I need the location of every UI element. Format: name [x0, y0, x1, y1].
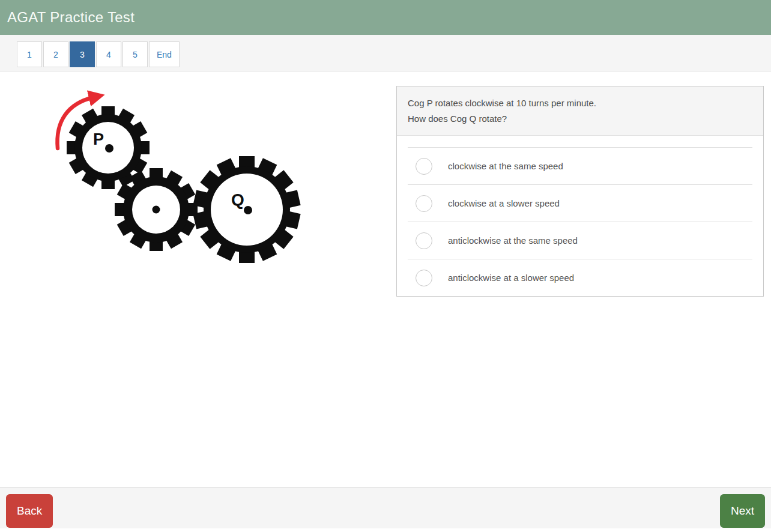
question-line-2: How does Cog Q rotate?	[408, 111, 752, 127]
answer-option-2[interactable]: clockwise at a slower speed	[408, 184, 752, 222]
option-label: anticlockwise at the same speed	[448, 235, 578, 246]
back-button[interactable]: Back	[6, 494, 53, 528]
page-title: AGAT Practice Test	[7, 9, 135, 26]
answer-options: clockwise at the same speed clockwise at…	[408, 147, 752, 296]
cog-q: Q	[193, 156, 300, 263]
option-label: anticlockwise at a slower speed	[448, 273, 574, 283]
answer-option-3[interactable]: anticlockwise at the same speed	[408, 222, 752, 259]
app-header: AGAT Practice Test	[0, 0, 771, 35]
answer-option-4[interactable]: anticlockwise at a slower speed	[408, 259, 752, 296]
question-panel: Cog P rotates clockwise at 10 turns per …	[396, 86, 764, 297]
radio-button[interactable]	[416, 232, 432, 249]
question-text-block: Cog P rotates clockwise at 10 turns per …	[397, 86, 763, 136]
cog-q-label: Q	[231, 190, 244, 209]
main-content: P	[0, 72, 771, 487]
page-tab-2[interactable]: 2	[43, 41, 68, 67]
next-button[interactable]: Next	[720, 494, 765, 528]
cog-p-label: P	[93, 130, 104, 148]
question-pagination: 1 2 3 4 5 End	[0, 35, 771, 72]
page-tab-1[interactable]: 1	[17, 41, 42, 67]
radio-button[interactable]	[416, 158, 432, 175]
radio-button[interactable]	[416, 195, 432, 212]
cogs-figure: P	[0, 78, 336, 282]
option-label: clockwise at the same speed	[448, 161, 563, 171]
page-tab-3-active[interactable]: 3	[70, 41, 95, 67]
page-tab-4[interactable]: 4	[96, 41, 121, 67]
page-tab-end[interactable]: End	[149, 41, 180, 67]
radio-button[interactable]	[416, 270, 432, 286]
page-tab-5[interactable]: 5	[122, 41, 148, 67]
answer-option-1[interactable]: clockwise at the same speed	[408, 147, 752, 184]
question-line-1: Cog P rotates clockwise at 10 turns per …	[408, 95, 752, 111]
option-label: clockwise at a slower speed	[448, 198, 560, 208]
footer-bar: Back Next	[0, 487, 771, 528]
